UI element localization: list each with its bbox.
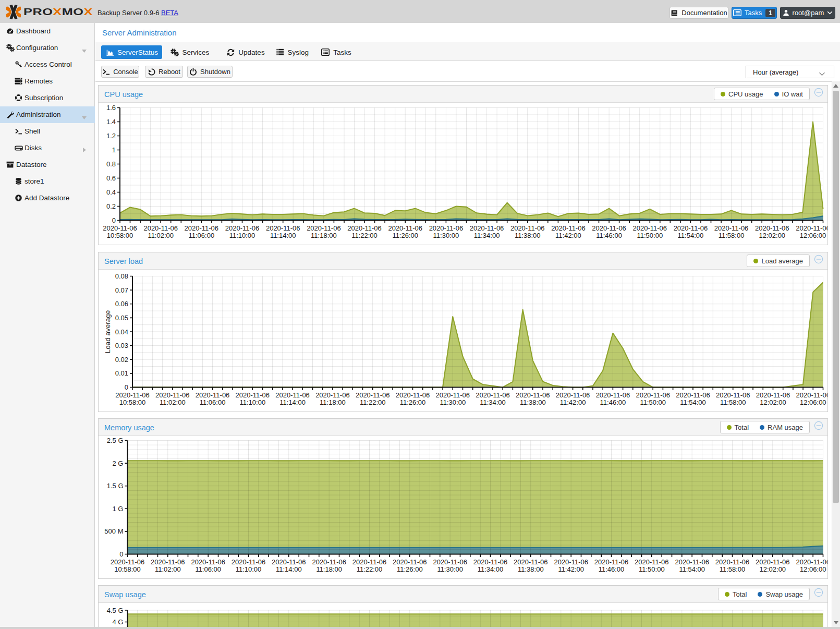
svg-text:0: 0 bbox=[119, 550, 123, 558]
svg-text:2020-11-06: 2020-11-06 bbox=[516, 391, 550, 399]
svg-text:11:26:00: 11:26:00 bbox=[392, 232, 418, 239]
svg-text:11:26:00: 11:26:00 bbox=[400, 398, 426, 406]
svg-text:2020-11-06: 2020-11-06 bbox=[592, 224, 626, 232]
svg-text:2 G: 2 G bbox=[113, 459, 124, 467]
svg-text:1.2: 1.2 bbox=[106, 132, 116, 140]
svg-text:2020-11-06: 2020-11-06 bbox=[796, 558, 830, 566]
svg-text:2020-11-06: 2020-11-06 bbox=[714, 224, 749, 232]
svg-text:11:46:00: 11:46:00 bbox=[599, 565, 625, 573]
svg-text:11:06:00: 11:06:00 bbox=[188, 232, 214, 239]
svg-text:12:02:00: 12:02:00 bbox=[759, 565, 786, 573]
svg-text:2020-11-06: 2020-11-06 bbox=[594, 558, 629, 566]
svg-text:11:58:00: 11:58:00 bbox=[720, 565, 746, 573]
svg-text:2020-11-06: 2020-11-06 bbox=[510, 224, 545, 232]
svg-text:11:10:00: 11:10:00 bbox=[229, 232, 255, 239]
svg-text:11:02:00: 11:02:00 bbox=[155, 565, 181, 573]
svg-text:11:38:00: 11:38:00 bbox=[515, 232, 541, 239]
svg-text:11:06:00: 11:06:00 bbox=[195, 565, 221, 573]
svg-text:11:10:00: 11:10:00 bbox=[239, 398, 265, 406]
svg-text:0.02: 0.02 bbox=[115, 356, 128, 364]
svg-text:2020-11-06: 2020-11-06 bbox=[429, 224, 464, 232]
svg-text:2020-11-06: 2020-11-06 bbox=[554, 558, 588, 566]
svg-text:2020-11-06: 2020-11-06 bbox=[633, 224, 667, 232]
svg-text:2020-11-06: 2020-11-06 bbox=[715, 558, 750, 566]
svg-text:10:58:00: 10:58:00 bbox=[114, 565, 141, 573]
svg-text:2020-11-06: 2020-11-06 bbox=[388, 224, 422, 232]
svg-text:0.04: 0.04 bbox=[115, 328, 128, 336]
svg-text:2020-11-06: 2020-11-06 bbox=[470, 224, 504, 232]
svg-text:0.05: 0.05 bbox=[115, 314, 128, 322]
svg-text:11:38:00: 11:38:00 bbox=[520, 398, 546, 406]
svg-text:2020-11-06: 2020-11-06 bbox=[676, 391, 710, 399]
svg-text:2020-11-06: 2020-11-06 bbox=[312, 558, 346, 566]
svg-text:1.5 G: 1.5 G bbox=[107, 482, 124, 490]
svg-text:2020-11-06: 2020-11-06 bbox=[266, 224, 300, 232]
svg-text:0.2: 0.2 bbox=[106, 202, 116, 210]
svg-text:2020-11-06: 2020-11-06 bbox=[352, 558, 387, 566]
svg-text:2020-11-06: 2020-11-06 bbox=[151, 558, 185, 566]
svg-text:11:02:00: 11:02:00 bbox=[148, 232, 174, 239]
svg-text:2020-11-06: 2020-11-06 bbox=[115, 391, 150, 399]
svg-text:2020-11-06: 2020-11-06 bbox=[755, 224, 789, 232]
svg-text:500 M: 500 M bbox=[104, 527, 123, 535]
svg-text:0.4: 0.4 bbox=[106, 188, 116, 196]
svg-text:2020-11-06: 2020-11-06 bbox=[596, 391, 630, 399]
svg-text:11:58:00: 11:58:00 bbox=[720, 398, 746, 406]
svg-text:0: 0 bbox=[112, 216, 116, 224]
svg-text:11:54:00: 11:54:00 bbox=[678, 232, 704, 239]
svg-text:11:30:00: 11:30:00 bbox=[440, 398, 466, 406]
svg-text:2020-11-06: 2020-11-06 bbox=[191, 558, 225, 566]
svg-text:1.6: 1.6 bbox=[106, 104, 116, 112]
svg-text:11:22:00: 11:22:00 bbox=[351, 232, 378, 239]
svg-text:11:10:00: 11:10:00 bbox=[236, 565, 262, 573]
svg-text:0.6: 0.6 bbox=[106, 174, 116, 182]
svg-text:2020-11-06: 2020-11-06 bbox=[155, 391, 190, 399]
svg-text:2020-11-06: 2020-11-06 bbox=[232, 558, 266, 566]
svg-text:11:50:00: 11:50:00 bbox=[637, 232, 663, 239]
svg-text:2020-11-06: 2020-11-06 bbox=[356, 391, 390, 399]
svg-text:0.01: 0.01 bbox=[115, 369, 128, 377]
svg-text:2020-11-06: 2020-11-06 bbox=[675, 558, 709, 566]
svg-text:0: 0 bbox=[125, 383, 128, 391]
svg-text:4 G: 4 G bbox=[113, 618, 124, 626]
svg-text:11:14:00: 11:14:00 bbox=[270, 232, 296, 239]
svg-text:2020-11-06: 2020-11-06 bbox=[796, 391, 831, 399]
svg-text:11:06:00: 11:06:00 bbox=[200, 398, 226, 406]
svg-text:1: 1 bbox=[112, 146, 116, 154]
svg-text:11:18:00: 11:18:00 bbox=[320, 398, 346, 406]
svg-text:2020-11-06: 2020-11-06 bbox=[551, 224, 586, 232]
svg-text:11:38:00: 11:38:00 bbox=[518, 565, 544, 573]
svg-text:2020-11-06: 2020-11-06 bbox=[674, 224, 708, 232]
svg-text:10:58:00: 10:58:00 bbox=[107, 232, 133, 239]
svg-text:11:42:00: 11:42:00 bbox=[560, 398, 586, 406]
svg-text:2020-11-06: 2020-11-06 bbox=[635, 558, 669, 566]
svg-text:2020-11-06: 2020-11-06 bbox=[476, 391, 510, 399]
svg-text:2020-11-06: 2020-11-06 bbox=[307, 224, 341, 232]
svg-text:2020-11-06: 2020-11-06 bbox=[272, 558, 306, 566]
svg-text:10:58:00: 10:58:00 bbox=[119, 398, 146, 406]
svg-text:12:02:00: 12:02:00 bbox=[760, 398, 786, 406]
svg-text:2020-11-06: 2020-11-06 bbox=[756, 558, 790, 566]
svg-text:11:30:00: 11:30:00 bbox=[433, 232, 459, 239]
svg-text:2020-11-06: 2020-11-06 bbox=[716, 391, 750, 399]
svg-text:2020-11-06: 2020-11-06 bbox=[556, 391, 590, 399]
svg-text:4.5 G: 4.5 G bbox=[107, 607, 124, 614]
svg-text:11:34:00: 11:34:00 bbox=[474, 232, 500, 239]
svg-text:2020-11-06: 2020-11-06 bbox=[473, 558, 508, 566]
svg-text:Load average: Load average bbox=[104, 310, 112, 354]
svg-text:2020-11-06: 2020-11-06 bbox=[347, 224, 382, 232]
svg-text:11:26:00: 11:26:00 bbox=[397, 565, 423, 573]
svg-text:11:50:00: 11:50:00 bbox=[639, 565, 665, 573]
svg-text:11:46:00: 11:46:00 bbox=[596, 232, 622, 239]
svg-text:11:58:00: 11:58:00 bbox=[719, 232, 745, 239]
svg-text:2020-11-06: 2020-11-06 bbox=[185, 224, 219, 232]
svg-text:11:50:00: 11:50:00 bbox=[640, 398, 666, 406]
svg-text:11:18:00: 11:18:00 bbox=[311, 232, 337, 239]
svg-text:11:34:00: 11:34:00 bbox=[480, 398, 506, 406]
svg-text:2020-11-06: 2020-11-06 bbox=[636, 391, 670, 399]
svg-text:11:14:00: 11:14:00 bbox=[279, 398, 306, 406]
svg-text:11:34:00: 11:34:00 bbox=[478, 565, 504, 573]
svg-text:2020-11-06: 2020-11-06 bbox=[143, 224, 178, 232]
svg-text:11:14:00: 11:14:00 bbox=[276, 565, 302, 573]
svg-text:11:02:00: 11:02:00 bbox=[160, 398, 186, 406]
